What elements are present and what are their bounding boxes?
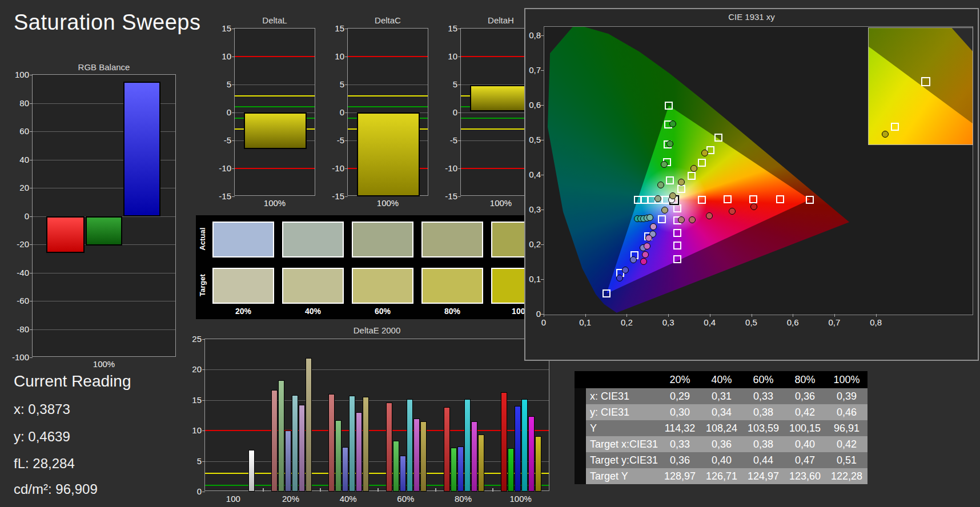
cie-x-tick-mark <box>834 314 835 317</box>
inset-target-square-small <box>891 123 899 131</box>
cie-x-tick-mark <box>710 314 710 317</box>
cie-target-square-red-20 <box>698 196 706 204</box>
y-tick-mark <box>458 140 461 141</box>
deltae-bar-60pct-yellow <box>420 421 427 492</box>
reading-fl-label: fL: <box>14 456 29 471</box>
grid-line <box>33 301 175 301</box>
limit-line <box>235 168 315 169</box>
y-tick-label: 20 <box>7 183 29 192</box>
table-header-label-cell <box>586 371 659 388</box>
y-tick-mark <box>232 112 235 113</box>
deltae-bar-60pct-green <box>393 441 399 492</box>
table-cell: 0,38 <box>742 436 784 452</box>
deltae-group-label: 100 <box>204 494 262 504</box>
y-tick-label: 80 <box>7 98 29 108</box>
table-cell: 114,32 <box>659 420 701 436</box>
y-tick-mark <box>345 196 348 197</box>
cie-measured-point-red-20 <box>678 216 685 223</box>
limit-line <box>348 56 428 57</box>
grid-line <box>205 400 549 401</box>
table-row-label: Target x:CIE31 <box>586 436 659 452</box>
y-tick-mark <box>345 112 348 113</box>
x-tick-mark <box>377 488 379 492</box>
cie-y-tick-mark <box>541 279 544 280</box>
cie-1931-panel: CIE 1931 xy 00,10,20,30,40,50,60,70,800,… <box>524 8 979 361</box>
delta-c-title: DeltaC <box>347 15 428 25</box>
current-reading-y: y: 0,4639 <box>14 429 70 445</box>
cie-x-tick-label: 0,5 <box>740 317 763 327</box>
current-reading-x: x: 0,3873 <box>14 401 70 417</box>
deltae-bar-100pct-yellow <box>535 436 541 492</box>
deltae-bar-20pct-magenta <box>299 405 305 492</box>
saturation-sweeps-page: Saturation Sweeps RGB Balance 1008060402… <box>0 0 980 507</box>
grid-line <box>33 273 175 273</box>
cie-target-square-green-100 <box>665 102 673 110</box>
reading-x-label: x: <box>14 401 25 417</box>
grid-line <box>205 461 549 462</box>
cie-measured-point-red-40 <box>689 216 696 223</box>
swatch-row-label-target: Target <box>198 268 207 303</box>
table-row: Y114,32108,24103,59100,1596,91 <box>575 420 867 436</box>
y-tick-label: 25 <box>182 334 202 344</box>
limit-line <box>348 95 428 96</box>
y-tick-label: 15 <box>212 23 231 33</box>
x-tick-mark <box>492 488 493 492</box>
deltae-bar-60pct-blue <box>400 456 406 492</box>
y-tick-label: 0 <box>438 107 457 117</box>
cie-target-square-red-100 <box>806 196 814 204</box>
y-tick-label: 10 <box>212 51 231 61</box>
deltae-bar-100pct-red <box>501 392 507 492</box>
saturation-swatches-panel: ActualTarget20%40%60%80%100% <box>196 215 560 319</box>
cie-target-square-red-60 <box>749 195 757 203</box>
y-tick-mark <box>30 103 33 104</box>
y-tick-mark <box>30 131 33 132</box>
grid-line <box>348 84 428 85</box>
y-tick-mark <box>232 84 235 85</box>
delta-c-xlabel: 100% <box>347 198 428 208</box>
deltae-bar-20pct-blue <box>285 430 291 492</box>
y-tick-mark <box>30 75 33 75</box>
y-tick-mark <box>30 160 33 160</box>
cie-measured-point-green-100 <box>669 120 676 127</box>
reading-cdm2-label: cd/m²: <box>14 481 52 497</box>
cie-y-tick-mark <box>541 175 544 175</box>
cie-x-tick-mark <box>752 314 752 317</box>
cie-1931-title: CIE 1931 xy <box>525 12 978 22</box>
y-tick-mark <box>30 357 33 358</box>
y-tick-label: -5 <box>212 135 231 145</box>
y-tick-label: 0 <box>325 107 344 117</box>
cie-x-tick-label: 0,6 <box>781 317 804 327</box>
cie-measured-point-green-60 <box>661 161 668 168</box>
table-row: Target y:CIE310,360,400,440,470,51 <box>575 452 867 468</box>
cie-x-tick-label: 0,8 <box>865 317 887 327</box>
deltae-bar-100pct-magenta <box>528 416 535 492</box>
delta-c-bar <box>357 112 420 196</box>
cie-y-tick-label: 0,8 <box>525 30 541 40</box>
grid-line <box>235 84 315 85</box>
cie-x-tick-label: 0,4 <box>698 317 721 327</box>
rgb-balance-title: RGB Balance <box>32 62 176 72</box>
cie-target-square-cyan-100 <box>634 196 642 204</box>
current-reading-heading: Current Reading <box>14 372 131 391</box>
current-reading-cdm2: cd/m²: 96,909 <box>14 481 98 497</box>
cie-measured-point-blue-60 <box>630 256 637 263</box>
y-tick-mark <box>30 301 33 301</box>
cie-x-tick-mark <box>585 314 586 317</box>
delta-l-title: DeltaL <box>234 15 315 25</box>
limit-line <box>235 95 315 96</box>
cie-target-square-blue-100 <box>603 289 611 297</box>
cie-measured-point-red-100 <box>750 203 757 210</box>
y-tick-mark <box>202 369 205 370</box>
y-tick-label: 5 <box>182 456 202 466</box>
cie-x-tick-label: 0,7 <box>823 317 846 327</box>
cie-measured-point-yellow-80 <box>690 165 697 172</box>
y-tick-label: 10 <box>325 51 344 61</box>
cie-y-tick-mark <box>541 35 544 36</box>
limit-line <box>205 430 549 431</box>
y-tick-mark <box>458 84 461 85</box>
deltae-group-label: 20% <box>262 494 320 504</box>
y-tick-mark <box>458 29 461 29</box>
page-title: Saturation Sweeps <box>14 10 200 35</box>
cie-target-square-magenta-20 <box>673 204 681 212</box>
deltae-2000-chart: 2520151050 <box>204 339 549 491</box>
